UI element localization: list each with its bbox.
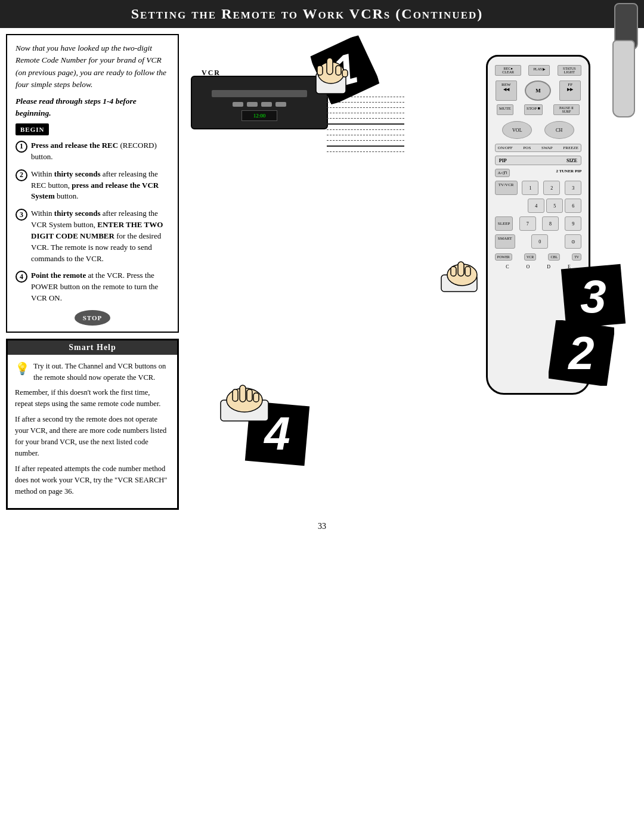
vcr-controls bbox=[233, 102, 286, 107]
tip-intro: Try it out. The Channel and VCR buttons … bbox=[33, 361, 170, 383]
vcr-label: VCR bbox=[202, 69, 221, 78]
tuner-pip-label: 2 TUNER PIP bbox=[556, 169, 582, 177]
rew-btn[interactable]: REW◀◀ bbox=[496, 80, 517, 101]
num-btn-6[interactable]: 6 bbox=[565, 199, 581, 213]
menu-btn[interactable]: M bbox=[525, 80, 551, 101]
step-3: 3 Within thirty seconds after releasing … bbox=[16, 208, 169, 264]
illustration-num-3: 3 bbox=[561, 264, 626, 337]
vol-btn[interactable]: VOL bbox=[502, 121, 532, 139]
vcr-slot bbox=[212, 90, 307, 97]
step-2-num: 2 bbox=[16, 169, 27, 181]
pause-surf-btn[interactable]: PAUSE IISURF bbox=[553, 104, 580, 115]
tv-btn[interactable]: TV bbox=[572, 253, 581, 261]
vcr-display: 12:00 bbox=[242, 110, 277, 121]
main-layout: Now that you have looked up the two-digi… bbox=[0, 28, 644, 516]
remote-numpad-456: 4 5 6 bbox=[495, 199, 581, 213]
num-btn-1[interactable]: 1 bbox=[522, 181, 538, 195]
svg-rect-12 bbox=[336, 66, 341, 75]
status-light-btn[interactable]: STATUSLIGHT bbox=[558, 65, 581, 76]
intro-paragraph: Now that you have looked up the two-digi… bbox=[16, 42, 169, 91]
instructions-box: Now that you have looked up the two-digi… bbox=[6, 34, 179, 333]
step-1: 1 Press and release the REC (RECORD) but… bbox=[16, 140, 169, 163]
please-read-text: Please read through steps 1-4 before beg… bbox=[16, 95, 169, 120]
stop-btn[interactable]: STOP ■ bbox=[524, 104, 543, 115]
svg-rect-23 bbox=[451, 267, 456, 276]
tv-vcr-btn[interactable]: TV/VCR bbox=[495, 181, 518, 195]
smart-help-p2: If after a second try the remote does no… bbox=[15, 414, 170, 459]
begin-badge: BEGIN bbox=[16, 123, 49, 136]
stop-container: STOP bbox=[16, 310, 169, 326]
vcr-line-7 bbox=[327, 135, 404, 135]
num-btn-9[interactable]: 9 bbox=[565, 216, 581, 231]
right-panel: 1 2 3 4 VCR bbox=[185, 34, 638, 510]
step-3-num: 3 bbox=[16, 209, 27, 221]
small-remote-right bbox=[612, 40, 635, 117]
lightbulb-icon: 💡 bbox=[15, 360, 30, 377]
mute-btn[interactable]: MUTE bbox=[497, 104, 513, 115]
remote-mute-stop-row: MUTE STOP ■ PAUSE IISURF bbox=[493, 104, 584, 115]
step-2: 2 Within thirty seconds after releasing … bbox=[16, 169, 169, 203]
remote-tuner-row: A◁⊓ 2 TUNER PIP bbox=[495, 169, 581, 177]
o-label: O bbox=[526, 264, 530, 270]
svg-rect-24 bbox=[465, 267, 470, 276]
begin-badge-container: BEGIN bbox=[16, 123, 169, 141]
pip-label: PIP bbox=[499, 158, 507, 163]
vcr-line-9 bbox=[327, 151, 404, 152]
svg-rect-13 bbox=[342, 70, 348, 77]
left-panel: Now that you have looked up the two-digi… bbox=[6, 34, 179, 510]
num-btn-7[interactable]: 7 bbox=[519, 216, 536, 231]
pos-label: POS bbox=[523, 145, 531, 150]
step-4: 4 Point the remote at the VCR. Press the… bbox=[16, 270, 169, 304]
play-btn[interactable]: PLAY▶ bbox=[528, 65, 550, 76]
remote-smart-row: SMART 0 ⊙ bbox=[495, 234, 581, 249]
rec-clear-btn[interactable]: REC●CLEAR bbox=[495, 65, 521, 76]
smart-btn[interactable]: SMART bbox=[495, 234, 515, 249]
smart-help-title: Smart Help bbox=[8, 340, 177, 355]
c-label: C bbox=[506, 264, 509, 270]
vcr-line-4 bbox=[327, 113, 404, 113]
ch-btn[interactable]: CH bbox=[544, 121, 574, 139]
num-btn-3[interactable]: 3 bbox=[565, 181, 581, 195]
smart-help-p1: Remember, if this doesn't work the first… bbox=[15, 387, 170, 410]
ff-btn[interactable]: FF▶▶ bbox=[559, 80, 581, 101]
smart-help-p3: If after repeated attempts the code numb… bbox=[15, 463, 170, 497]
a-input-btn[interactable]: A◁⊓ bbox=[495, 169, 510, 177]
vcr-btn-1 bbox=[233, 102, 243, 107]
remote-rew-menu-ff: REW◀◀ M FF▶▶ bbox=[493, 80, 584, 101]
num-btn-8[interactable]: 8 bbox=[542, 216, 559, 231]
remote-tv-vcr-row: TV/VCR 1 2 3 bbox=[495, 181, 581, 195]
step-1-content: Press and release the REC (RECORD) butto… bbox=[31, 140, 169, 163]
hand-bottom-illustration bbox=[209, 370, 286, 432]
svg-rect-10 bbox=[327, 58, 333, 75]
power-btn[interactable]: POWER bbox=[495, 253, 512, 261]
cbl-btn[interactable]: CBL bbox=[548, 253, 560, 261]
vcr-line-5 bbox=[327, 118, 404, 119]
svg-rect-18 bbox=[247, 389, 252, 401]
num-btn-4[interactable]: 4 bbox=[528, 199, 544, 213]
remote-bottom-buttons: POWER VCR CBL TV bbox=[495, 253, 581, 261]
hand-top-illustration bbox=[298, 37, 370, 105]
vcr-btn-3 bbox=[261, 102, 272, 107]
smart-help-content: 💡 Try it out. The Channel and VCR button… bbox=[8, 355, 177, 507]
vcr-line-6 bbox=[327, 129, 404, 130]
num-btn-2[interactable]: 2 bbox=[543, 181, 560, 195]
step-3-content: Within thirty seconds after releasing th… bbox=[31, 208, 169, 264]
num-btn-0[interactable]: 0 bbox=[531, 234, 548, 249]
stop-badge: STOP bbox=[75, 310, 111, 326]
svg-rect-16 bbox=[240, 385, 246, 402]
sleep-btn[interactable]: SLEEP bbox=[495, 216, 513, 231]
pip-bar: PIP SIZE bbox=[495, 156, 581, 165]
vcr-solid-2 bbox=[327, 145, 404, 147]
num-btn-dot[interactable]: ⊙ bbox=[565, 234, 581, 249]
vcr-mode-btn[interactable]: VCR bbox=[524, 253, 536, 261]
d-label: D bbox=[547, 264, 550, 270]
num-btn-5[interactable]: 5 bbox=[546, 199, 563, 213]
remote-sleep-row: SLEEP 7 8 9 bbox=[495, 216, 581, 231]
on-off-label: ON/OFF bbox=[498, 145, 513, 150]
smart-help-box: Smart Help 💡 Try it out. The Channel and… bbox=[6, 339, 179, 509]
vcr-solid-1 bbox=[327, 123, 404, 125]
vcr-btn-4 bbox=[275, 102, 286, 107]
header-title: Setting the Remote to Work VCRs (Continu… bbox=[131, 6, 484, 21]
step-4-content: Point the remote at the VCR. Press the P… bbox=[31, 270, 169, 304]
remote-controls-bar: ON/OFF POS SWAP FREEZE bbox=[495, 144, 581, 152]
